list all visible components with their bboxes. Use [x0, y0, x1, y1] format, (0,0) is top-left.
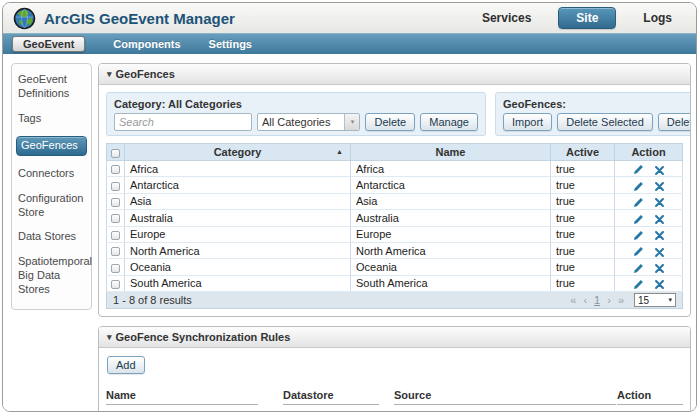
cell-name: Europe: [351, 226, 551, 242]
sync-rules-panel: ▾ GeoFence Synchronization Rules Add Nam…: [98, 326, 691, 412]
edit-pencil-icon[interactable]: [633, 212, 644, 225]
sidebar-item[interactable]: Tags: [18, 112, 85, 126]
row-checkbox[interactable]: [111, 198, 120, 207]
geofence-action-button[interactable]: Import: [503, 113, 552, 131]
cell-name: Africa: [351, 161, 551, 177]
delete-x-icon[interactable]: [655, 245, 664, 257]
row-checkbox[interactable]: [111, 165, 120, 174]
sync-rules-panel-header[interactable]: ▾ GeoFence Synchronization Rules: [99, 327, 690, 348]
geofence-action-button[interactable]: Delete All: [658, 113, 691, 131]
sync-rules-panel-body: Add Name Datastore Source Action: [99, 348, 690, 412]
cell-category: Oceania: [125, 259, 351, 275]
edit-pencil-icon[interactable]: [633, 228, 644, 241]
table-row: Europe Europe true: [107, 226, 683, 242]
header-nav-item[interactable]: Services: [482, 11, 531, 25]
cell-category: South America: [125, 275, 351, 291]
edit-pencil-icon[interactable]: [633, 245, 644, 258]
sidebar-item[interactable]: Connectors: [18, 167, 85, 181]
geofence-action-button[interactable]: Delete Selected: [557, 113, 653, 131]
column-header-active[interactable]: Active: [551, 144, 615, 161]
edit-pencil-icon[interactable]: [633, 196, 644, 209]
sidebar-item[interactable]: GeoEvent Definitions: [18, 73, 85, 101]
geofences-table: Category ▲ Name Active Action: [106, 143, 683, 292]
edit-pencil-icon[interactable]: [633, 278, 644, 291]
navbar-item[interactable]: Settings: [209, 38, 252, 50]
sidebar-item[interactable]: Data Stores: [18, 230, 85, 244]
delete-x-icon[interactable]: [655, 212, 664, 224]
delete-x-icon[interactable]: [655, 179, 664, 191]
cell-active: true: [551, 275, 615, 291]
row-checkbox[interactable]: [111, 214, 120, 223]
row-checkbox[interactable]: [111, 231, 120, 240]
sync-rules-column-headers: Name Datastore Source Action: [106, 389, 683, 405]
empty-rules-area: [106, 405, 683, 412]
column-header-name[interactable]: Name: [351, 144, 551, 161]
table-row: North America North America true: [107, 242, 683, 258]
category-dropdown[interactable]: All Categories ▾: [257, 113, 360, 131]
cell-name: Oceania: [351, 259, 551, 275]
sidebar-item[interactable]: Spatiotemporal Big Data Stores: [18, 255, 85, 296]
app-window: ArcGIS GeoEvent Manager Services Site Lo…: [2, 2, 697, 412]
delete-x-icon[interactable]: [655, 278, 664, 290]
arcgis-globe-logo-icon: [13, 7, 36, 30]
category-action-button[interactable]: Manage: [420, 113, 478, 131]
row-checkbox[interactable]: [111, 280, 120, 289]
table-row: South America South America true: [107, 275, 683, 291]
row-checkbox[interactable]: [111, 264, 120, 273]
category-buttons: Delete Manage: [365, 113, 478, 131]
collapse-caret-icon: ▾: [107, 69, 112, 79]
category-action-button[interactable]: Delete: [365, 113, 415, 131]
prev-page-button[interactable]: ‹: [583, 294, 587, 306]
sidebar-item[interactable]: GeoFences: [16, 136, 87, 156]
last-page-button[interactable]: »: [618, 294, 624, 306]
edit-pencil-icon[interactable]: [633, 163, 644, 176]
cell-active: true: [551, 210, 615, 226]
add-rule-button[interactable]: Add: [107, 356, 145, 374]
table-row: Asia Asia true: [107, 193, 683, 209]
geofences-panel-header[interactable]: ▾ GeoFences: [99, 64, 690, 85]
sidebar-item[interactable]: Configuration Store: [18, 192, 85, 220]
header-nav-item[interactable]: Site: [558, 7, 616, 29]
page-size-select[interactable]: 15 ▾: [634, 293, 676, 307]
edit-pencil-icon[interactable]: [633, 261, 644, 274]
first-page-button[interactable]: «: [570, 294, 576, 306]
delete-x-icon[interactable]: [655, 229, 664, 241]
sync-column-source: Source: [394, 389, 616, 405]
sync-rules-panel-title: GeoFence Synchronization Rules: [116, 331, 291, 343]
row-checkbox[interactable]: [111, 247, 120, 256]
column-header-action: Action: [615, 144, 683, 161]
dropdown-arrow-icon[interactable]: ▾: [344, 114, 359, 130]
geofences-buttons: Import Delete Selected Delete All: [503, 113, 691, 131]
current-page[interactable]: 1: [594, 294, 600, 306]
cell-action: [615, 210, 683, 226]
navbar-item[interactable]: GeoEvent: [12, 36, 85, 52]
header-nav: Services Site Logs: [482, 7, 686, 29]
geofences-panel-body: Category: All Categories All Categories …: [99, 85, 690, 316]
sync-column-datastore: Datastore: [283, 389, 379, 405]
cell-category: Australia: [125, 210, 351, 226]
delete-x-icon[interactable]: [655, 196, 664, 208]
filter-row: Category: All Categories All Categories …: [106, 92, 683, 136]
header-nav-item[interactable]: Logs: [643, 11, 672, 25]
cell-action: [615, 161, 683, 177]
navbar-item[interactable]: Components: [113, 38, 180, 50]
table-header-row: Category ▲ Name Active Action: [107, 144, 683, 161]
delete-x-icon[interactable]: [655, 261, 664, 273]
category-controls: All Categories ▾ Delete Manage: [114, 113, 478, 131]
cell-name: South America: [351, 275, 551, 291]
search-input[interactable]: [114, 113, 252, 131]
row-checkbox[interactable]: [111, 182, 120, 191]
table-row: Oceania Oceania true: [107, 259, 683, 275]
app-title: ArcGIS GeoEvent Manager: [44, 10, 235, 27]
delete-x-icon[interactable]: [655, 163, 664, 175]
cell-active: true: [551, 193, 615, 209]
column-header-category[interactable]: Category ▲: [125, 144, 351, 161]
cell-active: true: [551, 259, 615, 275]
cell-name: North America: [351, 242, 551, 258]
next-page-button[interactable]: ›: [607, 294, 611, 306]
select-all-checkbox[interactable]: [111, 149, 120, 158]
page-size-value: 15: [638, 295, 649, 306]
cell-active: true: [551, 161, 615, 177]
cell-action: [615, 259, 683, 275]
edit-pencil-icon[interactable]: [633, 179, 644, 192]
